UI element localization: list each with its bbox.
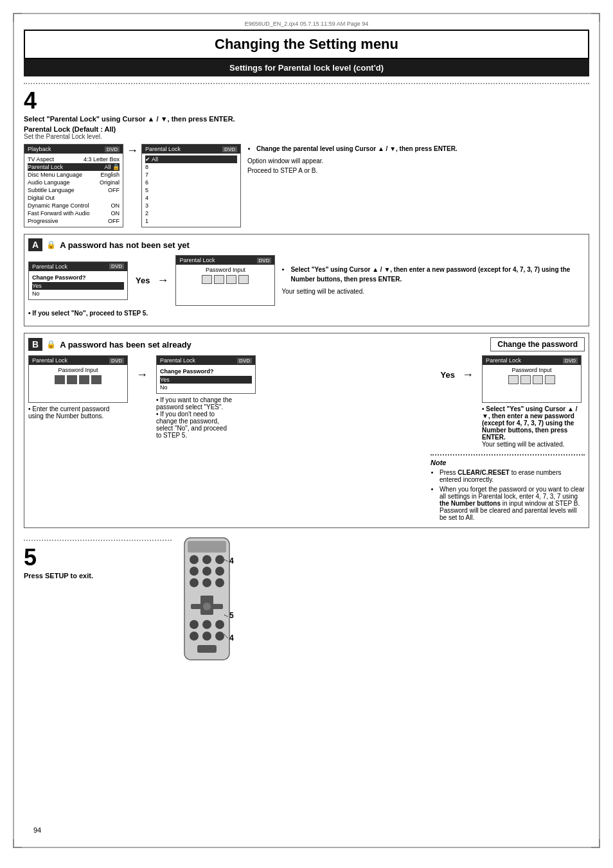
arrow-right-b2: → (462, 368, 474, 382)
note-item-1: Press CLEAR/C.RESET to erase numbers ent… (440, 469, 585, 483)
svg-point-17 (215, 620, 224, 629)
section-a-info-text1: Your setting will be activated. (281, 287, 585, 296)
change-pwd-body-b: Change Password? Yes No (157, 365, 255, 393)
new-pwd-header-b: Parental Lock DVD (483, 356, 581, 365)
playback-screen-body: TV Aspect4:3 Letter Box Parental LockAll… (24, 154, 123, 227)
section-b-title: A password has been set already (60, 340, 191, 350)
pwd-input-badge-a: DVD (257, 258, 272, 263)
step5-number: 5 (24, 546, 172, 569)
change-pwd-yes-b: Yes (160, 376, 252, 384)
step4-instruction: Select "Parental Lock" using Cursor ▲ / … (24, 115, 589, 123)
change-pwd-title-a: Parental Lock (32, 263, 67, 270)
svg-point-18 (190, 632, 199, 641)
file-info-header: E9656UD_EN_2.qx4 05.7.15 11:59 AM Page 9… (24, 21, 589, 27)
parental-screen-title: Parental Lock (145, 146, 181, 152)
pwd-box-b1-3 (79, 375, 89, 384)
pwd-entry-screen-b: Parental Lock DVD Password Input (28, 355, 128, 403)
section-b-note-row: Note Press CLEAR/C.RESET to erase number… (28, 454, 585, 524)
parental-item-8: 8 (145, 163, 237, 171)
main-title: Changing the Setting menu (24, 30, 589, 59)
playback-row-digital: Digital Out (28, 194, 120, 202)
section-b: B 🔒 A password has been set already Chan… (24, 333, 589, 528)
playback-screen-title: Playback (28, 146, 51, 152)
change-pwd-header-b: Parental Lock DVD (157, 356, 255, 365)
step5-left: 5 Press SETUP to exit. (24, 535, 172, 582)
step4-instruction-text: Select "Parental Lock" using Cursor ▲ / … (24, 115, 235, 123)
section-b-info-mid: • If you want to change the password sel… (156, 396, 432, 439)
section-a: A 🔒 A password has not been set yet Pare… (24, 234, 589, 326)
svg-point-4 (215, 555, 224, 564)
section-b-info-right: • Select "Yes" using Cursor ▲ / ▼, then … (482, 405, 585, 448)
pwd-box-b1-4 (91, 375, 102, 384)
playback-row-dynamic: Dynamic Range ControlON (28, 202, 120, 209)
step4-info: Change the parental level using Cursor ▲… (241, 144, 589, 175)
arrow-right-b1: → (136, 368, 148, 382)
svg-point-7 (215, 567, 224, 576)
pwd-box-a-4 (238, 275, 249, 284)
svg-point-10 (215, 578, 224, 587)
change-pwd-screen-b: Parental Lock DVD Change Password? Yes N… (156, 355, 256, 394)
section-a-letter: A (32, 240, 39, 250)
parental-dvd-badge: DVD (222, 146, 237, 152)
pwd-boxes-b-entry (32, 375, 124, 384)
pwd-input-title-a: Parental Lock (179, 257, 215, 263)
svg-point-3 (202, 555, 211, 564)
section-a-label: A (28, 238, 42, 251)
yes-label-b: Yes (441, 370, 455, 380)
pwd-entry-label-b: Password Input (32, 367, 124, 373)
playback-row-progressive: ProgressiveOFF (28, 217, 120, 225)
svg-point-5 (190, 567, 199, 576)
section-a-bullet1: Select "Yes" using Cursor ▲ / ▼, then en… (290, 265, 585, 284)
playback-screen-header: Playback DVD (24, 145, 123, 154)
svg-point-15 (190, 620, 199, 629)
arrow-right-a: → (157, 274, 168, 287)
yes-label-a: Yes (136, 276, 150, 285)
change-password-screen-a: Parental Lock DVD Change Password? Yes N… (28, 261, 128, 300)
note-item-2: When you forget the password or you want… (440, 486, 585, 521)
note-section: Note Press CLEAR/C.RESET to erase number… (431, 454, 585, 524)
change-pwd-yes-a: Yes (32, 282, 124, 290)
pwd-boxes-a (179, 275, 271, 284)
pwd-box-b2-2 (520, 375, 531, 384)
svg-point-6 (202, 567, 211, 576)
yes-arrow-b: Yes → (437, 368, 477, 382)
if-no-text-a: • If you select "No", proceed to STEP 5. (28, 310, 585, 317)
parental-item-2: 2 (145, 209, 237, 217)
step4-info-text1: Option window will appear. (247, 156, 589, 166)
new-pwd-badge-b: DVD (563, 358, 578, 364)
page-container: E9656UD_EN_2.qx4 05.7.15 11:59 AM Page 9… (13, 13, 600, 848)
new-pwd-screen-b: Parental Lock DVD Password Input (482, 355, 582, 403)
playback-row-parental: Parental LockAll 🔒 (28, 163, 120, 171)
step4-number: 4 (24, 89, 589, 112)
section-b-info-left: • Enter the current password using the N… (28, 405, 128, 420)
step5-dotted (24, 540, 172, 541)
playback-row-audio: Audio LanguageOriginal (28, 179, 120, 186)
change-pwd-title-b2: Parental Lock (160, 357, 195, 364)
step5-instruction: Press SETUP to exit. (24, 572, 172, 580)
new-pwd-label-b: Password Input (486, 367, 578, 373)
pwd-entry-header-b: Parental Lock DVD (29, 356, 127, 365)
subtitle-bar: Settings for Parental lock level (cont'd… (24, 59, 589, 76)
lock-icon-a: 🔒 (46, 240, 56, 249)
section-b-header: B 🔒 A password has been set already Chan… (28, 337, 585, 351)
parental-item-7: 7 (145, 171, 237, 179)
svg-rect-1 (188, 541, 226, 553)
playback-dvd-badge: DVD (105, 146, 120, 152)
note-list: Press CLEAR/C.RESET to erase numbers ent… (431, 469, 585, 521)
section-b-label: B (28, 338, 42, 351)
pwd-box-b2-1 (508, 375, 519, 384)
arrow-b1: → (133, 368, 151, 382)
section-b-content: Parental Lock DVD Password Input (28, 355, 585, 448)
section-b-col3: Parental Lock DVD Password Input (482, 355, 585, 448)
playback-row-subtitle: Subtitle LanguageOFF (28, 186, 120, 194)
section-b-letter: B (32, 339, 39, 350)
step4-desc: Set the Parental Lock level. (24, 133, 589, 140)
arrow-step4: → (123, 144, 141, 157)
change-pwd-question-a: Change Password? (32, 273, 124, 282)
svg-point-2 (190, 555, 199, 564)
new-pwd-title-b: Parental Lock (486, 357, 521, 364)
playback-row-discmenu: Disc Menu LanguageEnglish (28, 171, 120, 179)
note-title: Note (431, 459, 585, 466)
pwd-input-body-a: Password Input (176, 265, 274, 305)
step4-section: 4 Select "Parental Lock" using Cursor ▲ … (24, 89, 589, 227)
